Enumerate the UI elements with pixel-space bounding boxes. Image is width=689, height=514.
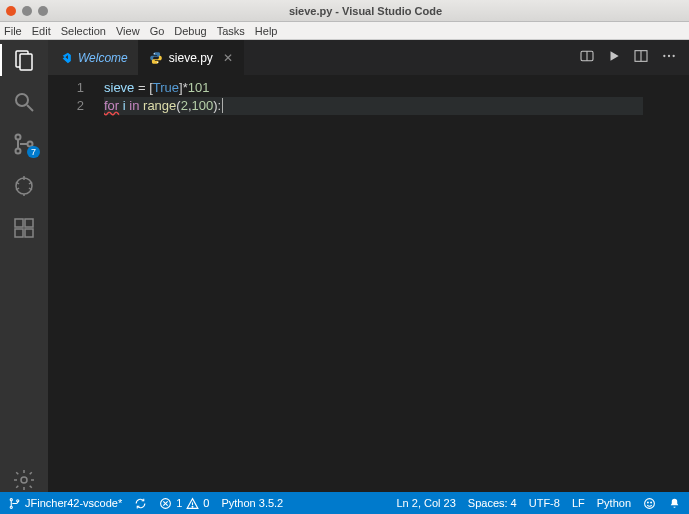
- menu-go[interactable]: Go: [150, 25, 165, 37]
- window-controls: [6, 6, 48, 16]
- line-number-gutter: 1 2: [48, 75, 96, 492]
- svg-point-26: [668, 54, 670, 56]
- svg-line-3: [27, 105, 33, 111]
- svg-point-29: [10, 506, 12, 508]
- menu-debug[interactable]: Debug: [174, 25, 206, 37]
- smiley-icon: [643, 497, 656, 510]
- extensions-icon[interactable]: [12, 216, 36, 240]
- svg-point-7: [16, 178, 32, 194]
- open-changes-icon[interactable]: [579, 48, 595, 68]
- svg-rect-17: [25, 229, 33, 237]
- tab-label: sieve.py: [169, 51, 213, 65]
- status-problems[interactable]: 1 0: [159, 497, 209, 510]
- window-title: sieve.py - Visual Studio Code: [48, 5, 683, 17]
- status-eol[interactable]: LF: [572, 497, 585, 509]
- menu-selection[interactable]: Selection: [61, 25, 106, 37]
- editor-actions: [567, 40, 689, 75]
- tab-label: Welcome: [78, 51, 128, 65]
- vscode-icon: [58, 51, 72, 65]
- status-branch[interactable]: JFincher42-vscode*: [8, 497, 122, 510]
- svg-point-38: [651, 501, 652, 502]
- svg-point-36: [645, 498, 655, 508]
- svg-point-30: [17, 499, 19, 501]
- source-control-icon[interactable]: 7: [12, 132, 36, 156]
- code-line-1[interactable]: sieve = [True]*101: [104, 79, 643, 97]
- status-bar: JFincher42-vscode* 1 0 Python 3.5.2 Ln 2…: [0, 492, 689, 514]
- svg-point-2: [16, 94, 28, 106]
- error-icon: [159, 497, 172, 510]
- menu-file[interactable]: File: [4, 25, 22, 37]
- tab-close-icon[interactable]: ✕: [223, 51, 233, 65]
- maximize-window-button[interactable]: [38, 6, 48, 16]
- debug-icon[interactable]: [12, 174, 36, 198]
- svg-rect-15: [25, 219, 33, 227]
- settings-gear-icon[interactable]: [12, 468, 36, 492]
- menu-help[interactable]: Help: [255, 25, 278, 37]
- editor-area: Welcome sieve.py ✕ 1 2 sieve = [True]*10…: [48, 40, 689, 492]
- tab-welcome[interactable]: Welcome: [48, 40, 139, 75]
- svg-rect-1: [20, 54, 32, 70]
- svg-point-28: [10, 498, 12, 500]
- status-language[interactable]: Python: [597, 497, 631, 509]
- text-cursor: [222, 98, 223, 113]
- split-editor-icon[interactable]: [633, 48, 649, 68]
- window-titlebar: sieve.py - Visual Studio Code: [0, 0, 689, 22]
- svg-point-18: [21, 477, 27, 483]
- menu-tasks[interactable]: Tasks: [217, 25, 245, 37]
- tab-sieve[interactable]: sieve.py ✕: [139, 40, 244, 75]
- status-cursor-position[interactable]: Ln 2, Col 23: [396, 497, 455, 509]
- git-branch-icon: [8, 497, 21, 510]
- status-interpreter[interactable]: Python 3.5.2: [221, 497, 283, 509]
- status-encoding[interactable]: UTF-8: [529, 497, 560, 509]
- activity-bar: 7: [0, 40, 48, 492]
- scm-badge: 7: [27, 146, 40, 158]
- svg-point-4: [16, 135, 21, 140]
- bell-icon: [668, 497, 681, 510]
- line-number: 2: [48, 97, 84, 115]
- more-actions-icon[interactable]: [661, 48, 677, 68]
- close-window-button[interactable]: [6, 6, 16, 16]
- svg-point-25: [663, 54, 665, 56]
- run-icon[interactable]: [607, 49, 621, 67]
- menu-view[interactable]: View: [116, 25, 140, 37]
- vscode-main: 7 Welcome sieve.py ✕: [0, 40, 689, 492]
- search-icon[interactable]: [12, 90, 36, 114]
- svg-point-20: [157, 61, 158, 62]
- explorer-icon[interactable]: [12, 48, 36, 72]
- menubar: File Edit Selection View Go Debug Tasks …: [0, 22, 689, 40]
- code-line-2[interactable]: for i in range(2,100):: [104, 97, 643, 115]
- svg-point-37: [647, 501, 648, 502]
- editor-body[interactable]: 1 2 sieve = [True]*101 for i in range(2,…: [48, 75, 689, 492]
- minimap[interactable]: [643, 75, 689, 492]
- line-number: 1: [48, 79, 84, 97]
- code-content[interactable]: sieve = [True]*101 for i in range(2,100)…: [96, 75, 643, 492]
- status-feedback[interactable]: [643, 497, 656, 510]
- tab-bar: Welcome sieve.py ✕: [48, 40, 689, 75]
- svg-point-27: [673, 54, 675, 56]
- svg-rect-16: [15, 229, 23, 237]
- status-sync[interactable]: [134, 497, 147, 510]
- menu-edit[interactable]: Edit: [32, 25, 51, 37]
- warning-icon: [186, 497, 199, 510]
- svg-point-35: [192, 506, 193, 507]
- sync-icon: [134, 497, 147, 510]
- status-notifications[interactable]: [668, 497, 681, 510]
- svg-rect-14: [15, 219, 23, 227]
- svg-point-19: [153, 53, 154, 54]
- minimize-window-button[interactable]: [22, 6, 32, 16]
- status-indentation[interactable]: Spaces: 4: [468, 497, 517, 509]
- svg-point-5: [16, 149, 21, 154]
- python-file-icon: [149, 51, 163, 65]
